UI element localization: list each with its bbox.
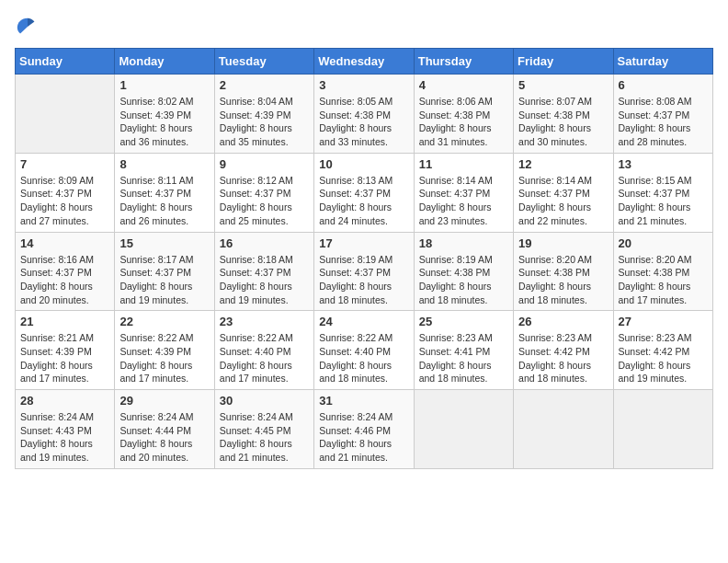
day-number: 5 <box>518 78 608 92</box>
day-number: 8 <box>119 157 209 171</box>
day-info: Sunrise: 8:09 AMSunset: 4:37 PMDaylight:… <box>20 174 109 228</box>
day-info: Sunrise: 8:08 AMSunset: 4:37 PMDaylight:… <box>619 95 708 149</box>
day-info: Sunrise: 8:24 AMSunset: 4:43 PMDaylight:… <box>20 410 109 465</box>
calendar-cell <box>16 75 115 154</box>
calendar-cell: 30Sunrise: 8:24 AMSunset: 4:45 PMDayligh… <box>214 390 313 469</box>
calendar-week-row: 28Sunrise: 8:24 AMSunset: 4:43 PMDayligh… <box>16 390 713 469</box>
day-number: 25 <box>419 315 508 328</box>
day-number: 26 <box>518 315 608 328</box>
day-number: 10 <box>319 157 408 171</box>
day-info: Sunrise: 8:14 AMSunset: 4:37 PMDaylight:… <box>518 174 608 228</box>
day-number: 20 <box>619 236 708 250</box>
day-info: Sunrise: 8:05 AMSunset: 4:38 PMDaylight:… <box>319 95 408 149</box>
day-info: Sunrise: 8:24 AMSunset: 4:45 PMDaylight:… <box>220 410 309 465</box>
day-number: 2 <box>220 78 309 92</box>
calendar-cell: 24Sunrise: 8:22 AMSunset: 4:40 PMDayligh… <box>314 311 414 390</box>
day-info: Sunrise: 8:22 AMSunset: 4:40 PMDaylight:… <box>319 331 408 385</box>
day-info: Sunrise: 8:14 AMSunset: 4:37 PMDaylight:… <box>419 174 508 228</box>
weekday-header-thursday: Thursday <box>414 49 513 75</box>
calendar-cell <box>514 390 613 469</box>
calendar-cell: 27Sunrise: 8:23 AMSunset: 4:42 PMDayligh… <box>613 311 712 390</box>
day-number: 28 <box>20 394 109 408</box>
day-number: 31 <box>319 394 408 408</box>
day-info: Sunrise: 8:21 AMSunset: 4:39 PMDaylight:… <box>20 331 109 385</box>
calendar-cell: 12Sunrise: 8:14 AMSunset: 4:37 PMDayligh… <box>514 153 613 232</box>
day-info: Sunrise: 8:04 AMSunset: 4:39 PMDaylight:… <box>220 95 309 149</box>
day-info: Sunrise: 8:18 AMSunset: 4:37 PMDaylight:… <box>220 253 309 307</box>
calendar-cell: 6Sunrise: 8:08 AMSunset: 4:37 PMDaylight… <box>613 75 712 154</box>
calendar-cell: 4Sunrise: 8:06 AMSunset: 4:38 PMDaylight… <box>414 75 513 154</box>
calendar-cell: 16Sunrise: 8:18 AMSunset: 4:37 PMDayligh… <box>214 232 313 311</box>
calendar-cell: 11Sunrise: 8:14 AMSunset: 4:37 PMDayligh… <box>414 153 513 232</box>
calendar-cell: 1Sunrise: 8:02 AMSunset: 4:39 PMDaylight… <box>115 75 214 154</box>
logo <box>15 15 44 40</box>
day-number: 6 <box>619 78 708 92</box>
weekday-header-wednesday: Wednesday <box>314 49 414 75</box>
calendar-cell: 22Sunrise: 8:22 AMSunset: 4:39 PMDayligh… <box>115 311 214 390</box>
day-info: Sunrise: 8:15 AMSunset: 4:37 PMDaylight:… <box>619 174 708 228</box>
day-info: Sunrise: 8:19 AMSunset: 4:37 PMDaylight:… <box>319 253 408 307</box>
calendar-cell <box>613 390 712 469</box>
day-number: 4 <box>419 78 508 92</box>
weekday-header-tuesday: Tuesday <box>214 49 313 75</box>
day-info: Sunrise: 8:20 AMSunset: 4:38 PMDaylight:… <box>619 253 708 307</box>
calendar-cell: 18Sunrise: 8:19 AMSunset: 4:38 PMDayligh… <box>414 232 513 311</box>
day-number: 16 <box>220 236 309 250</box>
day-info: Sunrise: 8:22 AMSunset: 4:40 PMDaylight:… <box>220 331 309 385</box>
day-number: 15 <box>119 236 209 250</box>
calendar-cell: 20Sunrise: 8:20 AMSunset: 4:38 PMDayligh… <box>613 232 712 311</box>
day-number: 24 <box>319 315 408 328</box>
calendar-cell: 17Sunrise: 8:19 AMSunset: 4:37 PMDayligh… <box>314 232 414 311</box>
calendar-cell: 8Sunrise: 8:11 AMSunset: 4:37 PMDaylight… <box>115 153 214 232</box>
calendar-cell: 10Sunrise: 8:13 AMSunset: 4:37 PMDayligh… <box>314 153 414 232</box>
calendar-cell: 2Sunrise: 8:04 AMSunset: 4:39 PMDaylight… <box>214 75 313 154</box>
calendar-table: SundayMondayTuesdayWednesdayThursdayFrid… <box>15 48 713 469</box>
day-number: 3 <box>319 78 408 92</box>
calendar-cell: 15Sunrise: 8:17 AMSunset: 4:37 PMDayligh… <box>115 232 214 311</box>
calendar-cell <box>414 390 513 469</box>
day-info: Sunrise: 8:23 AMSunset: 4:42 PMDaylight:… <box>619 331 708 385</box>
calendar-cell: 28Sunrise: 8:24 AMSunset: 4:43 PMDayligh… <box>16 390 115 469</box>
day-info: Sunrise: 8:13 AMSunset: 4:37 PMDaylight:… <box>319 174 408 228</box>
day-number: 12 <box>518 157 608 171</box>
day-info: Sunrise: 8:02 AMSunset: 4:39 PMDaylight:… <box>119 95 209 149</box>
day-number: 29 <box>119 394 209 408</box>
calendar-week-row: 1Sunrise: 8:02 AMSunset: 4:39 PMDaylight… <box>16 75 713 154</box>
weekday-header-row: SundayMondayTuesdayWednesdayThursdayFrid… <box>16 49 713 75</box>
calendar-cell: 9Sunrise: 8:12 AMSunset: 4:37 PMDaylight… <box>214 153 313 232</box>
calendar-cell: 19Sunrise: 8:20 AMSunset: 4:38 PMDayligh… <box>514 232 613 311</box>
day-number: 11 <box>419 157 508 171</box>
day-number: 19 <box>518 236 608 250</box>
weekday-header-monday: Monday <box>115 49 214 75</box>
day-info: Sunrise: 8:24 AMSunset: 4:44 PMDaylight:… <box>119 410 209 465</box>
day-info: Sunrise: 8:22 AMSunset: 4:39 PMDaylight:… <box>119 331 209 385</box>
weekday-header-saturday: Saturday <box>613 49 712 75</box>
day-number: 30 <box>220 394 309 408</box>
calendar-cell: 13Sunrise: 8:15 AMSunset: 4:37 PMDayligh… <box>613 153 712 232</box>
day-info: Sunrise: 8:20 AMSunset: 4:38 PMDaylight:… <box>518 253 608 307</box>
calendar-cell: 7Sunrise: 8:09 AMSunset: 4:37 PMDaylight… <box>16 153 115 232</box>
day-number: 21 <box>20 315 109 328</box>
calendar-week-row: 14Sunrise: 8:16 AMSunset: 4:37 PMDayligh… <box>16 232 713 311</box>
day-info: Sunrise: 8:11 AMSunset: 4:37 PMDaylight:… <box>119 174 209 228</box>
day-number: 14 <box>20 236 109 250</box>
calendar-cell: 31Sunrise: 8:24 AMSunset: 4:46 PMDayligh… <box>314 390 414 469</box>
day-number: 7 <box>20 157 109 171</box>
day-info: Sunrise: 8:07 AMSunset: 4:38 PMDaylight:… <box>518 95 608 149</box>
calendar-cell: 5Sunrise: 8:07 AMSunset: 4:38 PMDaylight… <box>514 75 613 154</box>
weekday-header-friday: Friday <box>514 49 613 75</box>
calendar-cell: 21Sunrise: 8:21 AMSunset: 4:39 PMDayligh… <box>16 311 115 390</box>
day-info: Sunrise: 8:17 AMSunset: 4:37 PMDaylight:… <box>119 253 209 307</box>
calendar-cell: 25Sunrise: 8:23 AMSunset: 4:41 PMDayligh… <box>414 311 513 390</box>
day-info: Sunrise: 8:16 AMSunset: 4:37 PMDaylight:… <box>20 253 109 307</box>
day-info: Sunrise: 8:12 AMSunset: 4:37 PMDaylight:… <box>220 174 309 228</box>
day-info: Sunrise: 8:23 AMSunset: 4:42 PMDaylight:… <box>518 331 608 385</box>
calendar-cell: 3Sunrise: 8:05 AMSunset: 4:38 PMDaylight… <box>314 75 414 154</box>
day-number: 23 <box>220 315 309 328</box>
calendar-cell: 26Sunrise: 8:23 AMSunset: 4:42 PMDayligh… <box>514 311 613 390</box>
day-number: 22 <box>119 315 209 328</box>
day-number: 9 <box>220 157 309 171</box>
day-number: 17 <box>319 236 408 250</box>
day-number: 27 <box>619 315 708 328</box>
weekday-header-sunday: Sunday <box>16 49 115 75</box>
